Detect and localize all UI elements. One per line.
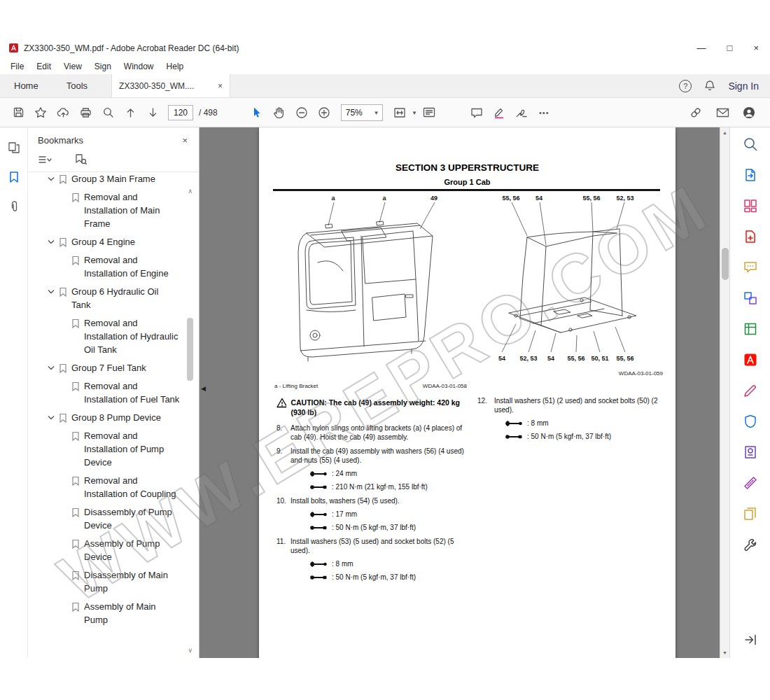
scroll-down-icon[interactable]: ▼ <box>720 648 729 658</box>
bookmark-group[interactable]: Group 8 Pump Device <box>48 411 182 424</box>
panel-scroll-up-icon[interactable]: ∧ <box>188 188 192 195</box>
bookmark-label[interactable]: Assembly of Pump Device <box>84 537 181 564</box>
sign-in-button[interactable]: Sign In <box>728 80 759 92</box>
convert-pages-icon[interactable] <box>741 505 760 522</box>
page-thumbnails-icon[interactable] <box>8 141 20 154</box>
bookmarks-search-icon[interactable] <box>74 153 87 165</box>
collapse-panel-icon[interactable]: ◀ <box>201 385 206 392</box>
menu-sign[interactable]: Sign <box>88 62 118 71</box>
highlight-tool-button[interactable] <box>488 102 510 123</box>
zoom-out-button[interactable] <box>290 102 313 123</box>
zoom-level-select[interactable]: 75% ▾ <box>341 104 383 121</box>
bookmark-group[interactable]: Group 3 Main Frame <box>48 172 182 186</box>
account-avatar-icon[interactable] <box>738 102 760 123</box>
tab-home[interactable]: Home <box>0 74 52 97</box>
bookmark-group[interactable]: Group 4 Engine <box>48 235 182 248</box>
bookmark-label[interactable]: Assembly of Main Pump <box>84 600 181 626</box>
panel-scrollbar-thumb[interactable] <box>187 318 193 381</box>
notifications-bell-icon[interactable] <box>704 80 715 92</box>
tab-tools[interactable]: Tools <box>52 74 102 97</box>
menu-edit[interactable]: Edit <box>30 62 57 71</box>
bookmark-item[interactable]: Removal and Installation of Hydraulic Oi… <box>48 316 182 356</box>
menu-view[interactable]: View <box>57 62 88 71</box>
scrollbar-thumb[interactable] <box>722 248 729 280</box>
share-cloud-icon[interactable] <box>52 102 74 123</box>
favorites-star-icon[interactable] <box>29 102 52 123</box>
next-page-button[interactable] <box>141 102 164 123</box>
menu-help[interactable]: Help <box>160 62 190 71</box>
bookmark-label[interactable]: Group 3 Main Frame <box>71 172 176 186</box>
print-button[interactable] <box>74 102 97 123</box>
bookmark-label[interactable]: Disassembly of Pump Device <box>84 505 181 532</box>
measure-icon[interactable] <box>741 475 760 491</box>
zoom-search-icon[interactable] <box>741 136 760 153</box>
chevron-down-icon[interactable] <box>48 239 55 244</box>
bookmark-item[interactable]: Assembly of Pump Device <box>48 537 182 564</box>
export-spreadsheet-icon[interactable] <box>741 321 760 337</box>
bookmark-label[interactable]: Removal and Installation of Fuel Tank <box>84 379 181 406</box>
bookmark-label[interactable]: Group 4 Engine <box>71 235 176 248</box>
document-scrollbar[interactable]: ▲ ▼ <box>720 127 729 658</box>
email-icon[interactable] <box>711 102 734 123</box>
bookmark-label[interactable]: Removal and Installation of Main Frame <box>84 190 181 230</box>
bookmark-group[interactable]: Group 7 Fuel Tank <box>48 361 182 374</box>
maximize-button[interactable]: □ <box>727 43 733 53</box>
bookmark-label[interactable]: Removal and Installation of Pump Device <box>84 429 181 469</box>
protect-shield-icon[interactable] <box>741 413 760 430</box>
bookmarks-options-icon[interactable] <box>38 155 52 164</box>
chevron-down-icon[interactable] <box>48 415 55 420</box>
menu-window[interactable]: Window <box>118 62 160 71</box>
chevron-down-icon[interactable] <box>48 289 55 294</box>
tab-document[interactable]: ZX3300-350_WM.... × <box>111 74 230 97</box>
sign-tool-button[interactable] <box>510 102 533 123</box>
fill-sign-icon[interactable] <box>741 382 760 399</box>
bookmark-label[interactable]: Removal and Installation of Coupling <box>84 474 181 500</box>
bookmark-item[interactable]: Assembly of Main Pump <box>48 600 182 626</box>
bookmark-item[interactable]: Removal and Installation of Pump Device <box>48 429 182 469</box>
document-tab-close-icon[interactable]: × <box>218 81 223 91</box>
close-button[interactable]: × <box>753 43 759 53</box>
bookmark-item[interactable]: Removal and Installation of Main Frame <box>48 190 182 230</box>
combine-files-icon[interactable] <box>741 290 760 307</box>
previous-page-button[interactable] <box>119 102 141 123</box>
bookmarks-close-icon[interactable]: × <box>182 135 188 146</box>
select-tool-icon[interactable] <box>246 102 268 123</box>
fit-width-button[interactable] <box>388 102 411 123</box>
bookmark-item[interactable]: Disassembly of Main Pump <box>48 568 182 595</box>
bookmark-item[interactable]: Removal and Installation of Engine <box>48 253 182 280</box>
save-button[interactable] <box>7 102 29 123</box>
bookmark-label[interactable]: Disassembly of Main Pump <box>84 568 181 595</box>
bookmark-label[interactable]: Group 7 Fuel Tank <box>71 361 176 374</box>
expand-pane-icon[interactable] <box>741 631 760 648</box>
chevron-down-icon[interactable] <box>48 176 55 181</box>
hand-tool-icon[interactable] <box>268 102 290 123</box>
more-tools-wrench-icon[interactable] <box>741 536 760 553</box>
bookmark-label[interactable]: Removal and Installation of Engine <box>84 253 181 280</box>
export-pdf-icon[interactable] <box>741 167 760 183</box>
share-link-icon[interactable] <box>685 102 707 123</box>
find-button[interactable] <box>97 102 119 123</box>
scroll-up-icon[interactable]: ▲ <box>720 127 729 138</box>
organize-pages-icon[interactable] <box>741 197 760 214</box>
attachments-paperclip-icon[interactable] <box>9 200 19 214</box>
bookmarks-icon[interactable] <box>8 171 20 183</box>
bookmark-label[interactable]: Group 6 Hydraulic Oil Tank <box>71 285 176 312</box>
create-pdf-icon[interactable] <box>741 228 760 245</box>
bookmark-group[interactable]: Group 6 Hydraulic Oil Tank <box>48 285 182 312</box>
chevron-down-icon[interactable] <box>48 365 55 370</box>
acrobat-pro-icon[interactable] <box>741 351 760 368</box>
bookmark-label[interactable]: Group 8 Pump Device <box>71 411 176 424</box>
help-icon[interactable]: ? <box>679 80 692 92</box>
bookmark-label[interactable]: Removal and Installation of Hydraulic Oi… <box>84 316 181 356</box>
minimize-button[interactable]: — <box>697 43 706 53</box>
bookmark-item[interactable]: Disassembly of Pump Device <box>48 505 182 532</box>
reading-mode-button[interactable] <box>418 102 440 123</box>
panel-scroll-down-icon[interactable]: ∨ <box>188 647 192 654</box>
comment-tool-button[interactable] <box>465 102 488 123</box>
comment-icon[interactable] <box>741 259 760 276</box>
more-tools-ellipsis-icon[interactable]: ••• <box>533 102 555 123</box>
bookmark-item[interactable]: Removal and Installation of Fuel Tank <box>48 379 182 406</box>
zoom-in-button[interactable] <box>313 102 335 123</box>
page-number-input[interactable] <box>168 105 193 120</box>
certificates-icon[interactable] <box>741 444 760 461</box>
